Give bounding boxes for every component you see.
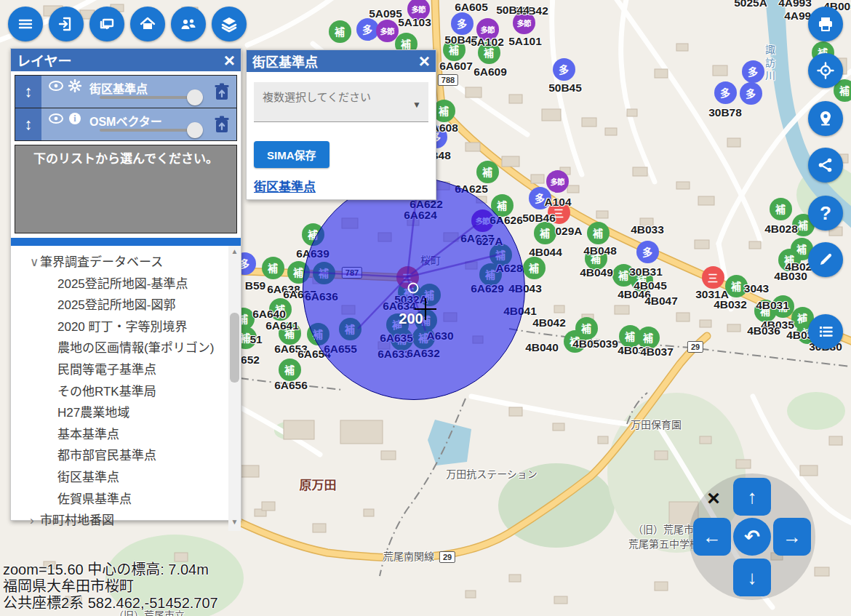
map-marker-hosei-point[interactable]: 補 (725, 275, 748, 297)
menu-button[interactable] (8, 7, 43, 41)
map-marker-hosei-point[interactable]: 補 (478, 41, 500, 64)
eye-icon[interactable] (49, 81, 63, 94)
layer-drag-handle[interactable]: ↕ (15, 76, 41, 108)
tree-item-8[interactable]: H27農業地域 (11, 402, 228, 423)
home-button[interactable] (130, 7, 165, 41)
tree-item-5[interactable]: 農地の区画情報(筆ポリゴン) (11, 337, 228, 359)
map-marker-ta-point[interactable]: 多 (451, 12, 474, 35)
tree-item-4[interactable]: 2020 町丁・字等別境界 (11, 316, 228, 337)
pan-down-button[interactable]: ↓ (733, 559, 771, 596)
tree-item-12[interactable]: 佐賀県基準点 (11, 489, 228, 510)
pan-left-button[interactable]: ← (693, 518, 731, 556)
map-marker-hosei-point[interactable]: 補 (631, 269, 653, 292)
sima-save-button[interactable]: SIMA保存 (254, 141, 329, 168)
tree-item-11[interactable]: 街区基準点 (11, 467, 228, 488)
tree-scrollbar[interactable]: ▲ ▼ (228, 246, 241, 531)
map-marker-hosei-point[interactable]: 補 (587, 222, 610, 244)
map-marker-tasetsu-point[interactable]: 多節 (376, 20, 399, 42)
map-marker-hosei-point[interactable]: 補 (339, 318, 361, 340)
draw-button[interactable] (808, 242, 843, 277)
gear-icon[interactable] (68, 79, 81, 95)
slider-thumb[interactable] (187, 89, 203, 105)
map-marker-hosei-point[interactable]: 補 (279, 322, 301, 345)
display-button[interactable] (89, 7, 124, 41)
remove-layer-icon[interactable] (213, 82, 231, 101)
map-marker-hosei-point[interactable]: 補 (269, 298, 292, 321)
map-marker-hosei-point[interactable]: 補 (523, 257, 546, 279)
map-marker-san-point[interactable]: 三 (548, 201, 570, 224)
map-marker-hosei-point[interactable]: 補 (302, 223, 324, 246)
map-marker-ta-point[interactable]: 多 (529, 187, 551, 209)
scroll-down-icon[interactable]: ▼ (228, 518, 241, 529)
layer-drag-handle[interactable]: ↕ (15, 108, 41, 140)
map-marker-hosei-point[interactable]: 補 (778, 249, 801, 271)
opacity-slider[interactable] (100, 129, 200, 132)
map-marker-hosei-point[interactable]: 補 (287, 261, 310, 284)
map-marker-hosei-point[interactable]: 補 (476, 161, 499, 183)
tree-item-13[interactable]: ›市町村地番図 (11, 510, 228, 531)
map-marker-hosei-point[interactable]: 補 (262, 257, 284, 279)
share-button[interactable] (808, 148, 843, 183)
undo-button[interactable]: ↶ (733, 518, 771, 556)
tree-item-2[interactable]: 2025登記所地図-基準点 (11, 273, 228, 295)
map-marker-hosei-point[interactable]: 補 (329, 20, 351, 43)
map-marker-hosei-point[interactable]: 補 (770, 198, 792, 220)
print-button[interactable] (808, 7, 843, 41)
tree-expander-icon[interactable]: ∨ (30, 252, 40, 273)
map-marker-hosei-point[interactable]: 補 (479, 263, 502, 286)
map-marker-hosei-point[interactable]: 補 (418, 284, 441, 306)
tree-expander-icon[interactable]: › (30, 510, 40, 531)
multi-select-dropdown[interactable]: 複数選択してください ▼ (254, 82, 428, 122)
map-marker-ta-point[interactable]: 多 (553, 58, 575, 81)
map-marker-tasetsu-point[interactable]: 多節 (471, 209, 494, 232)
map-marker-san-point[interactable]: 三 (396, 266, 419, 289)
layers-button[interactable] (212, 7, 247, 41)
map-marker-san-point[interactable]: 三 (702, 266, 724, 289)
pan-close-icon[interactable]: × (707, 486, 720, 511)
layers-panel-close-icon[interactable]: × (224, 51, 235, 70)
map-marker-hosei-point[interactable]: 補 (443, 39, 466, 61)
location-button[interactable] (808, 101, 843, 136)
users-button[interactable] (171, 7, 206, 41)
remove-layer-icon[interactable] (213, 115, 231, 134)
map-marker-hosei-point[interactable]: 補 (307, 323, 329, 345)
tree-item-9[interactable]: 基本基準点 (11, 424, 228, 445)
tree-item-7[interactable]: その他RTK基準局 (11, 381, 228, 402)
map-marker-tasetsu-point[interactable]: 多節 (476, 18, 499, 41)
tree-item-6[interactable]: 民間等電子基準点 (11, 359, 228, 380)
map-marker-hosei-point[interactable]: 補 (490, 244, 512, 266)
map-marker-hosei-point[interactable]: 補 (391, 328, 413, 351)
scroll-up-icon[interactable]: ▲ (228, 247, 241, 259)
scroll-thumb[interactable] (230, 313, 239, 383)
map-marker-tasetsu-point[interactable]: 多節 (513, 12, 535, 34)
map-marker-hosei-point[interactable]: 補 (564, 330, 586, 353)
map-marker-tasetsu-point[interactable]: 多節 (546, 170, 569, 193)
map-marker-hosei-point[interactable]: 補 (313, 262, 335, 284)
gaiku-kijunten-link[interactable]: 街区基準点 (254, 177, 436, 195)
gaiku-popup-close-icon[interactable]: × (419, 52, 430, 71)
map-marker-hosei-point[interactable]: 補 (585, 247, 607, 270)
tree-item-1[interactable]: ∨筆界調査データベース (11, 252, 228, 273)
map-marker-hosei-point[interactable]: 補 (412, 327, 435, 349)
opacity-slider[interactable] (100, 96, 200, 99)
login-button[interactable] (49, 7, 84, 41)
map-marker-ta-point[interactable]: 多 (742, 60, 764, 83)
map-marker-ta-point[interactable]: 多 (714, 81, 737, 104)
pan-up-button[interactable]: ↑ (733, 478, 771, 516)
map-marker-tasetsu-point[interactable]: 多節 (407, 0, 430, 20)
map-marker-hosei-point[interactable]: 補 (534, 222, 556, 244)
map-marker-ta-point[interactable]: 多 (636, 241, 659, 263)
tree-item-10[interactable]: 都市部官民基準点 (11, 445, 228, 466)
info-icon[interactable]: i (68, 112, 81, 128)
tree-item-3[interactable]: 2025登記所地図-図郭 (11, 295, 228, 316)
eye-icon[interactable] (49, 113, 63, 127)
pan-right-button[interactable]: → (773, 518, 811, 556)
slider-thumb[interactable] (187, 122, 203, 138)
map-marker-ta-point[interactable]: 多 (740, 82, 762, 105)
help-button[interactable]: ? (808, 196, 843, 231)
map-marker-hosei-point[interactable]: 補 (279, 359, 301, 381)
map-marker-hosei-point[interactable]: 補 (491, 194, 514, 217)
map-marker-hosei-point[interactable]: 補 (637, 327, 660, 349)
map-marker-ta-point[interactable]: 多 (356, 18, 379, 41)
list-button[interactable] (808, 314, 843, 349)
